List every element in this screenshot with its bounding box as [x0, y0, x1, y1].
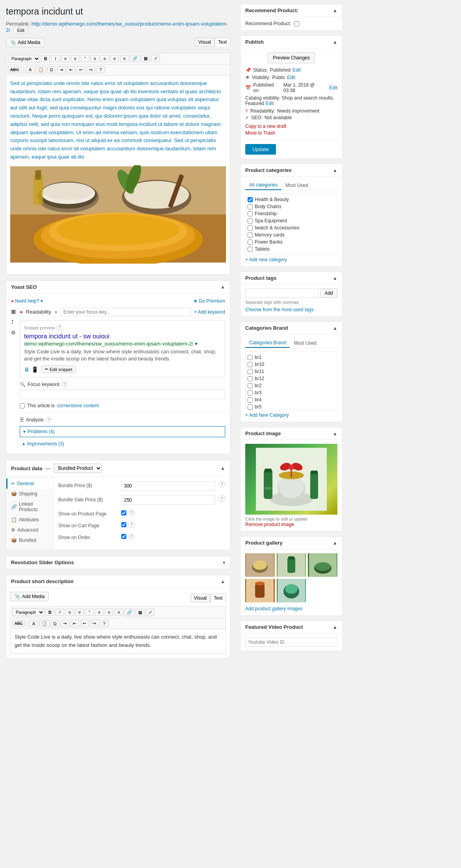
category-iwatch-checkbox[interactable]	[248, 225, 253, 231]
brand-collapse-button[interactable]: ▲	[333, 325, 337, 331]
add-new-category-link[interactable]: + Add new category	[245, 257, 337, 262]
add-gallery-images-link[interactable]: Add product gallery images	[245, 606, 302, 611]
need-help-link[interactable]: ● Need help? ▾	[11, 298, 43, 304]
choose-tags-link[interactable]: Choose from the most used tags	[245, 307, 313, 312]
sd-align-left-button[interactable]: ≡	[95, 609, 104, 616]
image-collapse-button[interactable]: ▲	[333, 431, 337, 436]
bundle-sale-price-input[interactable]	[121, 495, 215, 505]
show-product-page-info-icon[interactable]: ?	[128, 510, 135, 516]
tags-input[interactable]	[245, 288, 318, 298]
product-image[interactable]	[245, 444, 337, 515]
short-desc-paragraph-select[interactable]: Paragraph	[12, 608, 44, 616]
sd-blockquote-button[interactable]: "	[85, 609, 94, 616]
featured-video-collapse-button[interactable]: ▲	[333, 624, 337, 630]
focus-keyword-field[interactable]	[20, 390, 225, 399]
sd-ul-button[interactable]: ≡	[65, 609, 74, 616]
redo-button[interactable]: ↪	[87, 66, 95, 74]
align-justify-button[interactable]: ≡	[120, 55, 129, 62]
ul-button[interactable]: ≡	[61, 55, 70, 62]
sd-outdent-button[interactable]: ⇤	[70, 620, 79, 627]
show-cart-page-info-icon[interactable]: ?	[128, 521, 135, 528]
sd-align-right-button[interactable]: ≡	[115, 609, 123, 616]
show-product-page-checkbox[interactable]	[121, 510, 126, 515]
brand-br2-checkbox[interactable]	[248, 383, 253, 388]
product-tab-shipping[interactable]: 📦 Shipping	[6, 489, 53, 499]
tags-add-button[interactable]: Add	[320, 288, 337, 298]
paste-button[interactable]: 📋	[36, 66, 46, 74]
short-description-editor[interactable]: Style Code Live is a daily, live show wh…	[10, 629, 226, 654]
published-edit-link[interactable]: Edit	[329, 85, 337, 90]
indent-button[interactable]: ⇥	[57, 66, 66, 74]
brand-br5-checkbox[interactable]	[248, 404, 253, 410]
special-char-button[interactable]: Ω	[47, 66, 56, 73]
visibility-edit-link[interactable]: Edit	[287, 75, 295, 80]
abc-button[interactable]: ABC	[8, 66, 22, 73]
category-health-beauty-checkbox[interactable]	[248, 197, 253, 202]
product-tab-linked[interactable]: 🔗 Linked Products	[6, 499, 53, 515]
cornerstone-checkbox[interactable]	[20, 403, 25, 408]
sd-ol-button[interactable]: ≡	[75, 609, 84, 616]
permalink-link[interactable]: http://demo.wpthemego.com/themes/sw_ouio…	[6, 21, 228, 33]
undo-button[interactable]: ↩	[77, 66, 85, 74]
youtube-video-id-input[interactable]	[245, 637, 337, 647]
italic-button[interactable]: I	[51, 55, 60, 62]
visual-tab[interactable]: Visual	[195, 38, 215, 46]
revolution-slider-collapse-button[interactable]: ▾	[223, 560, 225, 565]
sd-special-char-button[interactable]: Ω	[51, 620, 59, 627]
category-tablets-checkbox[interactable]	[248, 247, 253, 252]
show-order-checkbox[interactable]	[121, 534, 126, 539]
sd-fullscreen-button[interactable]: ⤢	[146, 609, 154, 616]
move-trash-link[interactable]: Move to Trash	[245, 130, 337, 136]
improvements-row[interactable]: ▸ Improvements (3)	[20, 439, 225, 449]
short-desc-visual-tab[interactable]: Visual	[191, 594, 210, 602]
align-center-button[interactable]: ≡	[100, 55, 109, 62]
sd-redo-button[interactable]: ↪	[90, 620, 99, 627]
sd-font-color-button[interactable]: A	[30, 620, 38, 627]
bundle-sale-price-info-icon[interactable]: ?	[219, 495, 225, 502]
catalog-edit-link[interactable]: Edit	[265, 101, 274, 106]
add-new-brand-link[interactable]: + Add New Category	[245, 412, 337, 418]
gallery-thumb-4[interactable]	[245, 579, 275, 602]
sd-link-button[interactable]: 🔗	[124, 609, 135, 616]
gallery-thumb-3[interactable]	[308, 553, 337, 577]
brand-br10-checkbox[interactable]	[248, 362, 253, 367]
link-button[interactable]: 🔗	[130, 55, 140, 62]
update-button[interactable]: Update	[245, 144, 276, 155]
cornerstone-link[interactable]: cornerstone content	[57, 403, 99, 408]
sd-indent-button[interactable]: ⇥	[61, 620, 69, 627]
bundle-price-input[interactable]	[121, 481, 215, 491]
ol-button[interactable]: ≡	[71, 55, 80, 62]
help-button[interactable]: ?	[96, 66, 105, 73]
product-tab-attributes[interactable]: 📋 Attributes	[6, 515, 53, 525]
sd-insert-button[interactable]: ▦	[136, 609, 144, 616]
focus-keyword-info-icon[interactable]: ?	[61, 381, 68, 388]
focus-keyword-input[interactable]	[61, 308, 191, 316]
show-cart-page-checkbox[interactable]	[121, 522, 126, 527]
desktop-icon[interactable]: 🖥	[24, 366, 30, 373]
add-media-button[interactable]: 📎 Add Media	[6, 38, 44, 47]
analysis-info-icon[interactable]: ?	[46, 417, 52, 423]
bold-button[interactable]: B	[41, 55, 50, 62]
preview-changes-button[interactable]: Preview Changes	[268, 52, 315, 63]
short-desc-add-media-button[interactable]: 📎 Add Media	[10, 592, 49, 601]
recommend-collapse-button[interactable]: ▲	[333, 8, 337, 13]
category-power-banks-checkbox[interactable]	[248, 240, 253, 245]
yoast-gear-icon[interactable]: ⚙	[11, 330, 16, 336]
font-color-button[interactable]: A	[26, 66, 35, 73]
sd-align-center-button[interactable]: ≡	[105, 609, 113, 616]
product-tab-general[interactable]: ✏ General	[6, 478, 53, 489]
brand-tab-most-used[interactable]: Most Used	[290, 338, 320, 348]
editor-area[interactable]: Sed ut perspiciatis unde omnis iste natu…	[6, 75, 230, 275]
gallery-thumb-2[interactable]	[277, 553, 306, 577]
paragraph-select[interactable]: Paragraph	[8, 55, 40, 63]
publish-collapse-button[interactable]: ▲	[333, 39, 337, 45]
most-used-tab[interactable]: Most Used	[281, 181, 312, 190]
category-friendship-checkbox[interactable]	[248, 211, 253, 216]
brand-tab-main[interactable]: Categories Brand	[245, 338, 290, 348]
product-data-collapse-button[interactable]: ▲	[220, 465, 225, 471]
go-premium-link[interactable]: ★ Go Premium	[193, 298, 225, 304]
problems-row[interactable]: ▾ Problems (4)	[20, 426, 225, 437]
align-right-button[interactable]: ≡	[110, 55, 119, 62]
remove-product-image-link[interactable]: Remove product image	[245, 522, 294, 527]
product-tab-advanced[interactable]: ⚙ Advanced	[6, 525, 53, 535]
